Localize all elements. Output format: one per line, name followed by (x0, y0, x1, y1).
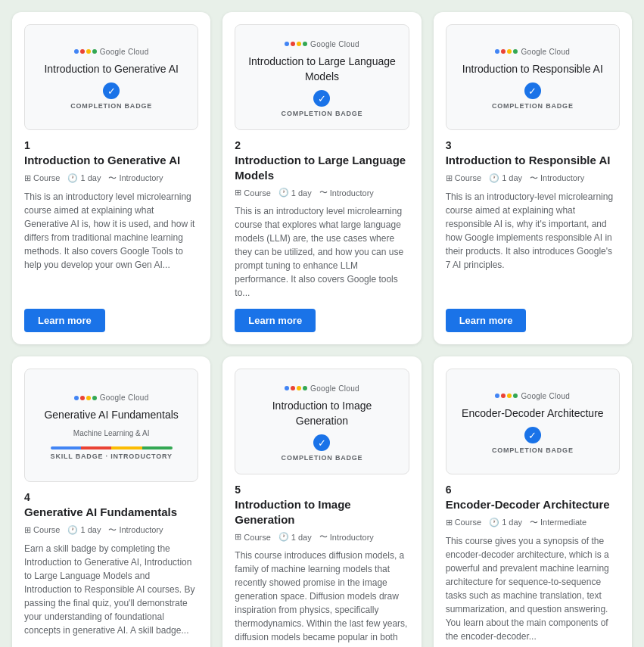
duration-label: 1 day (80, 525, 101, 534)
card-thumbnail: Google Cloud Introduction to Large Langu… (235, 24, 409, 130)
google-cloud-logo: Google Cloud (285, 40, 359, 48)
level-label: Introductory (119, 525, 163, 534)
course-title: Encoder-Decoder Architecture (446, 497, 620, 512)
level-label: Introductory (119, 173, 163, 182)
course-description: This course gives you a synopsis of the … (446, 534, 620, 648)
course-type-meta: ⊞ Course (446, 518, 481, 527)
course-icon: ⊞ (446, 173, 453, 183)
clock-icon: 🕐 (489, 173, 499, 183)
ml-subtitle: Machine Learning & AI (73, 429, 150, 437)
duration-label: 1 day (291, 188, 312, 198)
course-title: Generative AI Fundamentals (24, 505, 198, 520)
course-type-label: Course (33, 173, 60, 182)
meta-row: ⊞ Course 🕐 1 day 〜 Introductory (24, 524, 198, 536)
level-meta: 〜 Introductory (108, 524, 163, 536)
course-icon: ⊞ (24, 173, 31, 183)
gc-dots (74, 396, 97, 400)
gc-dots (285, 386, 307, 390)
course-number: 6 (446, 484, 620, 496)
gc-label: Google Cloud (310, 384, 359, 393)
course-description: This is an introductory level microlearn… (24, 190, 198, 300)
completion-badge: ✓ COMPLETION BADGE (282, 434, 363, 462)
course-number: 4 (24, 491, 198, 503)
duration-meta: 🕐 1 day (67, 173, 101, 183)
level-label: Introductory (330, 188, 374, 198)
clock-icon: 🕐 (67, 173, 78, 183)
gc-dots (495, 393, 518, 398)
level-icon: 〜 (319, 187, 328, 198)
course-type-label: Course (244, 188, 270, 198)
level-meta: 〜 Introductory (319, 187, 374, 198)
gc-dots (495, 49, 518, 54)
completion-badge: ✓ COMPLETION BADGE (492, 82, 574, 110)
course-icon: ⊞ (235, 532, 241, 542)
badge-label: SKILL BADGE · INTRODUCTORY (51, 453, 173, 460)
duration-label: 1 day (502, 173, 522, 182)
card-thumbnail: Google Cloud Introduction to Generative … (24, 24, 198, 130)
level-meta: 〜 Introductory (319, 531, 374, 543)
course-title: Introduction to Large Language Models (235, 153, 409, 182)
google-cloud-logo: Google Cloud (285, 384, 359, 393)
course-type-meta: ⊞ Course (24, 173, 60, 183)
meta-row: ⊞ Course 🕐 1 day 〜 Introductory (235, 531, 409, 543)
duration-meta: 🕐 1 day (489, 173, 522, 183)
gc-dots (74, 49, 97, 54)
level-meta: 〜 Introductory (530, 173, 584, 184)
course-description: This is an introductory level microlearn… (235, 204, 409, 300)
duration-meta: 🕐 1 day (489, 518, 522, 527)
meta-row: ⊞ Course 🕐 1 day 〜 Introductory (24, 173, 198, 184)
card-1: Google Cloud Introduction to Generative … (12, 12, 210, 344)
meta-row: ⊞ Course 🕐 1 day 〜 Intermediate (446, 517, 620, 528)
card-thumbnail: Google Cloud Encoder-Decoder Architectur… (446, 369, 620, 474)
course-type-meta: ⊞ Course (235, 188, 270, 198)
skill-bar (51, 446, 173, 449)
level-icon: 〜 (108, 524, 117, 536)
course-type-meta: ⊞ Course (446, 173, 481, 183)
level-meta: 〜 Introductory (108, 173, 163, 184)
duration-label: 1 day (80, 173, 101, 182)
course-icon: ⊞ (235, 188, 241, 198)
level-label: Introductory (330, 533, 374, 542)
course-number: 3 (446, 139, 620, 151)
course-title: Introduction to Generative AI (24, 153, 198, 168)
level-icon: 〜 (108, 173, 117, 184)
course-type-meta: ⊞ Course (24, 525, 60, 535)
clock-icon: 🕐 (67, 525, 78, 535)
completion-badge: ✓ COMPLETION BADGE (70, 82, 152, 110)
gc-dots (285, 42, 307, 46)
meta-row: ⊞ Course 🕐 1 day 〜 Introductory (235, 187, 409, 198)
card-image-title: Introduction to Image Generation (244, 399, 399, 428)
card-image-title: Introduction to Generative AI (44, 62, 178, 77)
card-4: Google Cloud Generative AI Fundamentals … (12, 356, 210, 647)
course-number: 1 (24, 139, 198, 151)
learn-more-button[interactable]: Learn more (235, 309, 316, 332)
course-icon: ⊞ (446, 518, 453, 527)
badge-label: COMPLETION BADGE (492, 446, 574, 454)
level-icon: 〜 (530, 173, 538, 184)
clock-icon: 🕐 (278, 188, 289, 198)
skill-badge: Machine Learning & AI SKILL BADGE · INTR… (51, 429, 173, 460)
course-grid: Google Cloud Introduction to Generative … (12, 12, 632, 647)
card-6: Google Cloud Encoder-Decoder Architectur… (434, 356, 632, 647)
check-icon: ✓ (524, 427, 541, 443)
learn-more-button[interactable]: Learn more (446, 309, 527, 332)
card-3: Google Cloud Introduction to Responsible… (434, 12, 632, 344)
level-meta: 〜 Intermediate (530, 517, 586, 528)
card-thumbnail: Google Cloud Introduction to Responsible… (446, 24, 620, 130)
duration-meta: 🕐 1 day (67, 525, 101, 535)
course-title: Introduction to Responsible AI (446, 153, 620, 168)
card-thumbnail: Google Cloud Generative AI Fundamentals … (24, 369, 198, 482)
course-type-label: Course (33, 525, 60, 534)
badge-label: COMPLETION BADGE (282, 454, 363, 462)
check-icon: ✓ (103, 82, 120, 99)
course-type-meta: ⊞ Course (235, 532, 270, 542)
google-cloud-logo: Google Cloud (495, 392, 570, 400)
course-description: Earn a skill badge by completing the Int… (24, 542, 198, 648)
gc-label: Google Cloud (310, 40, 359, 48)
clock-icon: 🕐 (489, 518, 499, 527)
level-icon: 〜 (319, 531, 328, 543)
completion-badge: ✓ COMPLETION BADGE (282, 90, 363, 117)
gc-label: Google Cloud (521, 392, 570, 400)
learn-more-button[interactable]: Learn more (24, 309, 105, 332)
completion-badge: ✓ COMPLETION BADGE (492, 427, 574, 454)
